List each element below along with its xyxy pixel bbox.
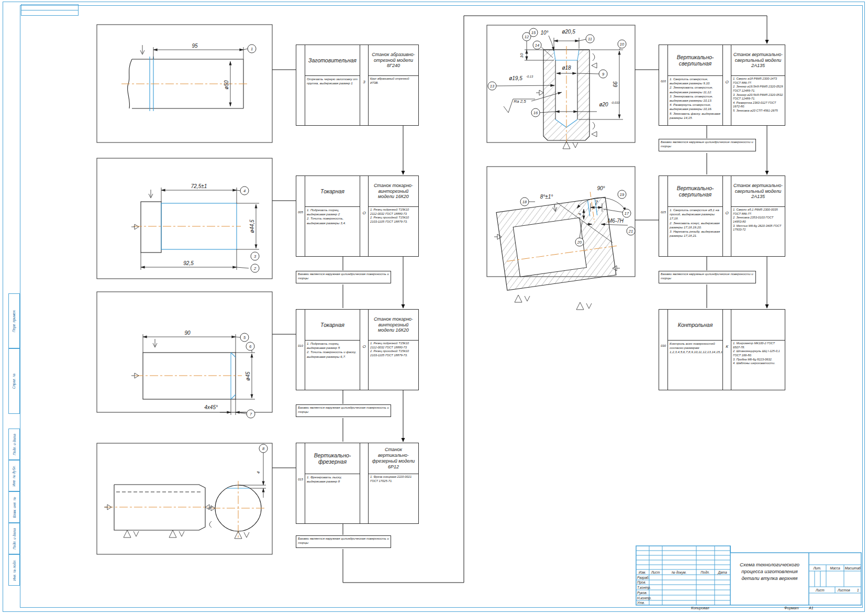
op-number: 025 xyxy=(659,176,668,256)
footer-format: Формат xyxy=(784,606,799,610)
frame-label-sprav: Справ. № xyxy=(8,348,20,414)
base-note-1: Базами является наружная цилиндрическая … xyxy=(296,271,391,283)
op-desc: Отрезать черную заготовку от прутка, выд… xyxy=(305,76,360,125)
machine-title: Станок токарно-винторезный модели 16К20 xyxy=(369,176,418,207)
base-note-2: Базами является наружная цилиндрическая … xyxy=(296,404,391,417)
op-number xyxy=(296,45,305,125)
op-title: Вертикально-сверлильная xyxy=(668,45,722,76)
op-qty: О xyxy=(723,45,731,125)
machine-tools: Круг абразивный отрезной И73В. xyxy=(369,76,418,125)
op-number: 010 xyxy=(296,310,305,390)
op-number: 030 xyxy=(659,310,668,390)
machine-tools: 1. Резец подрезной Т15К10 2112-0032 ГОСТ… xyxy=(369,207,418,256)
op-desc: 1. Подрезать торец, выдерживая размер 5 … xyxy=(305,341,360,390)
op-title: Контрольная xyxy=(668,310,722,341)
op-qty: О xyxy=(360,310,369,390)
machine-title: Станок вертикально-фрезерный модели 6Р12 xyxy=(369,443,418,474)
footer-copied: Копировал xyxy=(691,606,709,610)
op-qty: О xyxy=(360,176,369,256)
machine-tools: 1. Микрометр МК100-2 ГОСТ 6507-78. 2. Шт… xyxy=(731,341,785,390)
op-title: Вертикально-фрезерная xyxy=(305,443,360,474)
footer-format-value: А1 xyxy=(809,606,814,610)
op-title: Токарная xyxy=(305,176,360,207)
op-desc: 1. Подрезать торец, выдерживая размер 2 … xyxy=(305,207,360,256)
base-note-5: Базами являются наружные цилиндрические … xyxy=(659,271,756,283)
op-number: 015 xyxy=(296,443,305,523)
op-desc: 1. Сверлить отверстие ø5,1 на проход, вы… xyxy=(668,207,722,256)
corner-stub-box xyxy=(21,4,79,16)
op-desc: 1. Фрезеровать лыску, выдерживая размер … xyxy=(305,474,360,523)
op-block-frezernaya-015: 015 Вертикально-фрезерная 1. Фрезеровать… xyxy=(296,443,419,524)
op-title: Вертикально-сверлильная xyxy=(668,176,722,207)
op-block-zagotovitelnaya: Заготовительная Отрезать черную заготовк… xyxy=(296,45,419,126)
drawing-sheet: 95 ø50 72,5±1 92,5 ø44,5 xyxy=(0,0,868,614)
op-qty xyxy=(360,443,369,523)
op-qty: О xyxy=(723,176,731,256)
title-block-name: Схема технологического процесса изготовл… xyxy=(732,562,807,582)
frame-label-inv-podl: Инв. № подл. xyxy=(8,554,20,586)
frame-label-podp-data-2: Подп. и дата xyxy=(8,523,20,554)
machine-tools: 1. Сверло ø5,1 Р6М5 2300-0035 ГОСТ 886-7… xyxy=(731,207,785,256)
op-qty: 3 xyxy=(360,45,369,125)
op-title: Токарная xyxy=(305,310,360,341)
machine-tools: 1. Фреза концевая 2220-0021 ГОСТ 17025-7… xyxy=(369,474,418,523)
op-block-sverlilnaya-020: 020 Вертикально-сверлильная 1. Сверлить … xyxy=(659,45,785,126)
op-desc: Контроль всех поверхностей согласно разм… xyxy=(668,341,722,390)
op-qty: К xyxy=(723,310,731,390)
op-number: 020 xyxy=(659,45,668,125)
frame-label-podp-data-1: Подп. и дата xyxy=(8,429,20,460)
op-block-tokarnaya-005: 005 Токарная 1. Подрезать торец, выдержи… xyxy=(296,176,419,257)
frame-label-inv-dubl: Инв. № дубл. xyxy=(8,460,20,491)
op-number: 005 xyxy=(296,176,305,256)
machine-title: Станок абразивно-отрезной модели 8Г240 xyxy=(369,45,418,76)
machine-title xyxy=(731,310,785,341)
machine-tools: 1. Сверло ø18 Р6М5 2300-1473 ГОСТ 886-77… xyxy=(731,76,785,125)
machine-title: Станок вертикально-сверлильный модели 2А… xyxy=(731,176,785,207)
frame-label-vzam-inv: Взам. инв. № xyxy=(8,491,20,523)
op-block-tokarnaya-010: 010 Токарная 1. Подрезать торец, выдержи… xyxy=(296,309,419,390)
op-block-kontrolnaya-030: 030 Контрольная Контроль всех поверхност… xyxy=(659,309,785,390)
base-note-4: Базами являются наружные цилиндрические … xyxy=(659,139,756,151)
machine-title: Станок токарно-винторезный модели 16К20 xyxy=(369,310,418,341)
op-desc: 1. Сверлить отверстие, выдерживая размер… xyxy=(668,76,722,125)
frame-label-perv-primen: Перв. примен. xyxy=(8,293,20,348)
op-block-sverlilnaya-025: 025 Вертикально-сверлильная 1. Сверлить … xyxy=(659,176,785,257)
machine-title: Станок вертикально-сверлильный модели 2А… xyxy=(731,45,785,76)
base-note-3: Базами является наружная цилиндрическая … xyxy=(296,535,391,548)
op-title: Заготовительная xyxy=(305,45,360,76)
machine-tools: 1. Резец подрезной Т15К10 2112-0032 ГОСТ… xyxy=(369,341,418,390)
